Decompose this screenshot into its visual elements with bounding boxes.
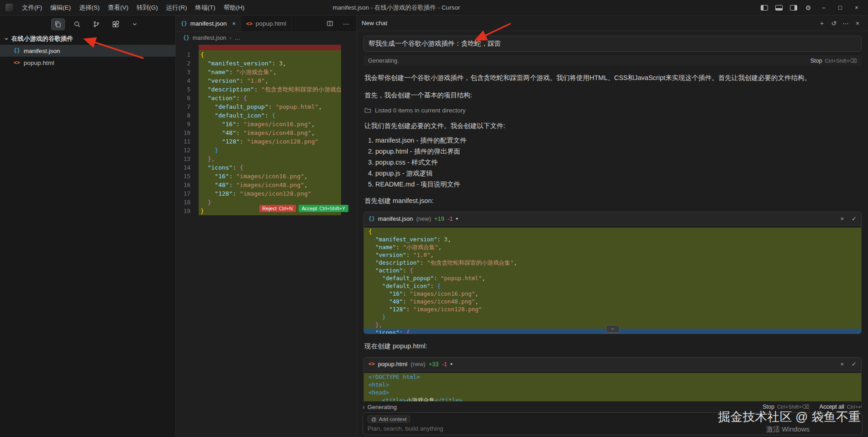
code-line-content: "128": "images/icon128.png"	[199, 189, 341, 198]
html-file-icon: <>	[246, 21, 253, 27]
chat-input[interactable]	[368, 425, 710, 432]
code-line: "version": "1.0",	[364, 251, 861, 259]
search-icon[interactable]	[70, 18, 84, 30]
menu-item[interactable]: 终端(T)	[191, 0, 220, 15]
explorer-icon[interactable]	[51, 18, 65, 30]
assistant-paragraph: 首先创建 manifest.json:	[364, 196, 861, 206]
breadcrumb-rest: …	[235, 35, 241, 41]
gear-icon[interactable]: ⚙	[801, 2, 815, 14]
reject-button[interactable]: Reject Ctrl+N	[259, 205, 296, 212]
more-actions-icon[interactable]: ⋯	[339, 18, 353, 30]
tab-popup-html[interactable]: <> popup.html	[241, 16, 292, 32]
menu-item[interactable]: 文件(F)	[18, 0, 46, 15]
line-number: 2	[176, 59, 199, 68]
check-icon[interactable]: ✓	[852, 215, 857, 222]
diff-actions: Reject Ctrl+N Accept Ctrl+Shift+Y	[259, 205, 348, 212]
code-line-content: "16": "images/icon16.png",	[199, 120, 341, 128]
new-chat-icon[interactable]: +	[816, 18, 828, 29]
code-line-content: "version": "1.0",	[199, 76, 341, 85]
file-status: (new)	[410, 361, 426, 368]
code-line-content: "icons": {	[199, 163, 341, 172]
tab-label: manifest.json	[190, 20, 227, 27]
file-item-manifest.json[interactable]: {}manifest.json	[0, 45, 175, 57]
line-number: 9	[176, 120, 199, 128]
accept-button[interactable]: Accept Ctrl+Shift+Y	[299, 205, 348, 212]
file-item-popup.html[interactable]: <>popup.html	[0, 57, 175, 69]
toggle-panel-icon[interactable]	[772, 2, 786, 14]
chevron-right-icon[interactable]: ›	[363, 403, 365, 410]
line-number: 7	[176, 102, 199, 111]
close-button[interactable]: ×	[849, 1, 864, 14]
window-title: manifest.json - 在线小游戏的谷歌插件 - Cursor	[332, 4, 460, 12]
tab-bar: {} manifest.json × <> popup.html ⋯	[176, 16, 357, 32]
close-panel-icon[interactable]: ×	[852, 18, 863, 29]
footer-generating-label: Generating	[368, 404, 397, 410]
code-line: 2 "manifest_version": 3,	[176, 59, 357, 68]
added-count: +19	[434, 215, 444, 222]
editor-code[interactable]: 1{2 "manifest_version": 3,3 "name": "小游戏…	[176, 44, 357, 437]
code-line: <!DOCTYPE html>	[364, 373, 861, 381]
code-block[interactable]: <!DOCTYPE html><html><head> <title>小游戏合集…	[364, 371, 861, 401]
expand-button[interactable]	[606, 325, 620, 333]
code-line-content: "48": "images/icon48.png",	[199, 128, 341, 137]
removed-count: -1	[447, 215, 453, 222]
stop-button[interactable]: StopCtrl+Shift+⌫	[763, 404, 809, 410]
code-line: "default_icon": {	[364, 282, 861, 290]
maximize-button[interactable]: □	[832, 1, 848, 14]
line-number: 8	[176, 111, 199, 120]
tab-manifest-json[interactable]: {} manifest.json ×	[176, 16, 241, 32]
code-line: <title>小游戏合集</title>	[364, 396, 861, 401]
toggle-sidebar-icon[interactable]	[758, 2, 771, 14]
check-icon[interactable]: ✓	[852, 361, 857, 368]
code-line-content: "128": "images/icon128.png"	[199, 137, 341, 146]
menu-item[interactable]: 查看(V)	[104, 0, 132, 15]
assistant-paragraph: 让我们首先创建必要的文件。我会创建以下文件:	[364, 121, 861, 131]
history-icon[interactable]: ↺	[828, 18, 840, 29]
close-icon[interactable]: ×	[841, 215, 844, 222]
toggle-secondary-sidebar-icon[interactable]	[787, 2, 800, 14]
stop-button[interactable]: StopCtrl+Shift+⌫	[810, 58, 857, 64]
generating-label: Generating.	[368, 57, 399, 64]
more-icon[interactable]: ⋯	[840, 18, 852, 29]
extensions-icon[interactable]	[109, 18, 122, 30]
folder-header[interactable]: 在线小游戏的谷歌插件	[0, 33, 175, 45]
close-icon[interactable]: ×	[232, 20, 236, 27]
code-line-content: "default_icon": {	[199, 111, 341, 120]
accept-all-button[interactable]: Accept allCtrl+↵	[820, 404, 863, 410]
code-line: 1{	[176, 50, 357, 59]
chevron-down-icon[interactable]	[128, 18, 142, 30]
tool-call-row[interactable]: Listed 0 items in current directory	[364, 107, 861, 114]
menu-item[interactable]: 帮助(H)	[220, 0, 249, 15]
code-card-header: {} manifest.json (new) +19 -1 • × ✓	[364, 212, 861, 226]
line-number: 6	[176, 94, 199, 102]
code-line-content: },	[199, 155, 341, 163]
at-icon: @	[371, 416, 377, 422]
code-block[interactable]: { "manifest_version": 3, "name": "小游戏合集"…	[364, 226, 861, 334]
menu-item[interactable]: 转到(G)	[132, 0, 162, 15]
close-icon[interactable]: ×	[841, 361, 844, 368]
json-file-icon: {}	[181, 21, 187, 27]
source-control-icon[interactable]	[89, 18, 103, 30]
code-line-content: "default_popup": "popup.html",	[199, 102, 341, 111]
code-line: 6 "action": {	[176, 94, 357, 102]
breadcrumb[interactable]: {} manifest.json › …	[176, 32, 357, 44]
menu-item[interactable]: 选择(S)	[75, 0, 104, 15]
chat-panel: New chat + ↺ ⋯ × 帮我生成一个谷歌小游戏插件：贪吃蛇，踩雷 Ge…	[357, 16, 868, 437]
json-file-icon: {}	[183, 35, 189, 41]
code-line-content: }	[199, 146, 341, 155]
file-tree: {}manifest.json<>popup.html	[0, 45, 175, 69]
split-editor-icon[interactable]	[323, 18, 337, 30]
line-number: 1	[176, 50, 199, 59]
code-line: "name": "小游戏合集",	[364, 243, 861, 251]
add-context-button[interactable]: @ Add context	[368, 416, 410, 423]
chat-input-box[interactable]: @ Add context	[363, 412, 863, 435]
code-line: "128": "images/icon128.png"	[364, 305, 861, 313]
minimize-button[interactable]: –	[816, 1, 831, 14]
menu-item[interactable]: 编辑(E)	[46, 0, 75, 15]
deleted-line-marker	[176, 45, 357, 50]
user-message[interactable]: 帮我生成一个谷歌小游戏插件：贪吃蛇，踩雷	[363, 36, 862, 52]
code-line: "default_popup": "popup.html",	[364, 274, 861, 282]
menu-item[interactable]: 运行(R)	[162, 0, 191, 15]
code-line: "48": "images/icon48.png",	[364, 298, 861, 305]
user-message-text: 帮我生成一个谷歌小游戏插件：贪吃蛇，踩雷	[368, 40, 501, 47]
